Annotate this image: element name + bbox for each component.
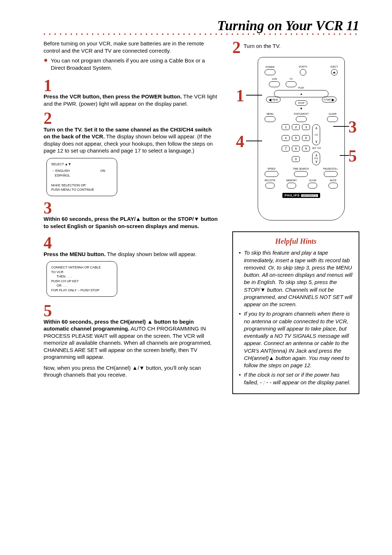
rew-button[interactable]: REW bbox=[266, 97, 281, 102]
channel-rocker[interactable]: ∧CH∨ bbox=[312, 124, 320, 145]
vcrtv-button[interactable] bbox=[300, 69, 306, 76]
step5-number: 5 bbox=[44, 303, 52, 318]
osd1-foot2: PUSH MENU TO CONTINUE bbox=[51, 187, 113, 192]
power-button[interactable] bbox=[265, 69, 275, 75]
menu-button[interactable] bbox=[265, 116, 275, 122]
down-arrow-icon: ▼ bbox=[265, 107, 338, 110]
memory-button[interactable] bbox=[287, 183, 296, 189]
key-7[interactable]: 7 bbox=[282, 146, 290, 151]
speed-button[interactable] bbox=[265, 171, 278, 177]
memory-label: MEMORY bbox=[286, 179, 297, 182]
key-3[interactable]: 3 bbox=[302, 124, 310, 130]
hint-2: If you try to program channels when ther… bbox=[239, 310, 353, 369]
vcrtv-label: VCR/TV bbox=[299, 65, 307, 68]
osd2-l6: FOR PLAY ONLY -- PUSH STOP bbox=[51, 288, 113, 293]
callout-3: 3 bbox=[348, 117, 357, 137]
step1-text: Press the VCR button, then press the POW… bbox=[44, 93, 218, 107]
hint-3: If the clock is not set or if the power … bbox=[239, 371, 353, 386]
separator-dots: • • • • • • • • • • • • • • • • • • • • … bbox=[44, 31, 359, 37]
osd2-l3: THEN . . . bbox=[51, 274, 113, 279]
step4-text: Press the MENU button. The display shown… bbox=[44, 251, 218, 258]
step2-text: Turn on the TV. Set it to the same chann… bbox=[44, 126, 218, 154]
clear-button[interactable] bbox=[327, 116, 338, 122]
key-0[interactable]: 0 bbox=[292, 156, 300, 162]
step3-number: 3 bbox=[44, 200, 52, 215]
eject-label: EJECT bbox=[330, 65, 338, 68]
osd1-on: ON bbox=[101, 169, 106, 173]
mute-button[interactable] bbox=[328, 183, 338, 189]
key-5[interactable]: 5 bbox=[292, 135, 300, 141]
recotr-label: REC/OTR bbox=[265, 179, 275, 182]
step4-rest: The display shown below will appear. bbox=[106, 251, 197, 257]
pause-label: PAUSE/STILL bbox=[323, 167, 338, 170]
osd-antenna-box: CONNECT ANTENNA OR CABLE TO VCR THEN . .… bbox=[46, 261, 117, 297]
status-button[interactable] bbox=[296, 116, 307, 122]
pause-button[interactable] bbox=[324, 171, 338, 177]
play-label: PLAY bbox=[265, 86, 338, 89]
step1-number: 1 bbox=[44, 78, 52, 93]
right-step2-number: 2 bbox=[232, 40, 241, 55]
callout-4: 4 bbox=[236, 132, 244, 151]
right-step2: 2 Turn on the TV. bbox=[232, 40, 359, 55]
remote-diagram: 1 3 4 5 POWER VCR/TV EJECT⏏ VCR bbox=[232, 57, 359, 220]
intro-bullets: You can not program channels if you are … bbox=[44, 57, 218, 72]
step5-tail: Now, when you press the CH(annel) ▲/▼ bu… bbox=[44, 364, 218, 378]
slow-button[interactable] bbox=[308, 183, 317, 189]
brand-magnavox: MAGNAVOX bbox=[301, 194, 318, 197]
osd1-espanol: ESPAÑOL bbox=[51, 173, 70, 178]
key-8[interactable]: 8 bbox=[292, 146, 300, 151]
play-button[interactable]: ▲ bbox=[274, 90, 328, 97]
osd1-english: → ENGLISH bbox=[51, 169, 70, 173]
timesearch-label: TIME SEARCH bbox=[293, 167, 309, 170]
brand-bar: PHILIPS MAGNAVOX bbox=[282, 193, 320, 198]
osd1-select: SELECT ▲▼ bbox=[51, 162, 113, 167]
right-step2-text: Turn on the TV. bbox=[244, 40, 281, 49]
transport-controls: PLAY ▲ REW F.FWD STOP ▼ bbox=[265, 89, 338, 111]
menu-label: MENU bbox=[266, 113, 273, 115]
ffwd-button[interactable]: F.FWD bbox=[322, 97, 336, 102]
osd2-l2: TO VCR bbox=[51, 270, 113, 275]
left-column: Before turning on your VCR, make sure ba… bbox=[44, 40, 218, 394]
step5-text: Within 60 seconds, press the CH(annel) ▲… bbox=[44, 318, 218, 361]
callout-1: 1 bbox=[236, 86, 244, 105]
hints-title: Helpful Hints bbox=[239, 237, 353, 246]
osd2-l5: OR . . . bbox=[51, 283, 113, 288]
key-2[interactable]: 2 bbox=[292, 124, 300, 130]
step4-number: 4 bbox=[44, 235, 52, 250]
volume-rocker[interactable]: ∧VOL∨ bbox=[312, 151, 320, 165]
recotr-button[interactable] bbox=[265, 183, 275, 189]
step3-text: Within 60 seconds, press the PLAY/▲ butt… bbox=[44, 215, 218, 230]
osd1-foot1: MAKE SELECTION OR bbox=[51, 183, 113, 188]
helpful-hints-box: Helpful Hints To skip this feature and p… bbox=[232, 231, 359, 394]
mute-label: MUTE bbox=[330, 179, 336, 182]
power-label: POWER bbox=[266, 66, 275, 68]
number-keypad: 1 2 3 4 5 6 7 8 9 0 bbox=[282, 124, 310, 165]
right-column: 2 Turn on the TV. 1 3 4 5 POWER VCR/TV E… bbox=[232, 40, 359, 394]
eject-button[interactable]: ⏏ bbox=[331, 69, 338, 76]
stop-button[interactable]: STOP bbox=[295, 100, 307, 106]
slow-label: SLOW bbox=[309, 179, 316, 182]
key-1[interactable]: 1 bbox=[282, 124, 290, 130]
step4-bold: Press the MENU button. bbox=[44, 251, 106, 257]
page-title: Turning on Your VCR bbox=[217, 18, 343, 33]
step2-number: 2 bbox=[44, 111, 52, 126]
status-label: STATUS/EXIT bbox=[294, 113, 309, 115]
osd2-l1: CONNECT ANTENNA OR CABLE bbox=[51, 265, 113, 270]
timesearch-button[interactable] bbox=[294, 171, 308, 177]
altch-label: ALT. CH bbox=[312, 147, 321, 149]
step3-bold: Within 60 seconds, press the PLAY/▲ butt… bbox=[44, 216, 218, 229]
remote-body: POWER VCR/TV EJECT⏏ VCR TV PLAY ▲ REW bbox=[258, 57, 345, 220]
callout-5: 5 bbox=[348, 146, 357, 166]
clear-label: CLEAR bbox=[328, 113, 336, 115]
speed-label: SPEED bbox=[268, 167, 275, 170]
step1-bold: Press the VCR button, then press the POW… bbox=[44, 93, 182, 100]
key-9[interactable]: 9 bbox=[302, 146, 310, 151]
ch-label: CH bbox=[315, 134, 318, 136]
tv-label: TV bbox=[290, 78, 293, 80]
key-6[interactable]: 6 bbox=[302, 135, 310, 141]
key-4[interactable]: 4 bbox=[282, 135, 290, 141]
intro-bullet-1: You can not program channels if you are … bbox=[44, 57, 218, 72]
hint-1: To skip this feature and play a tape imm… bbox=[239, 249, 353, 308]
intro-text: Before turning on your VCR, make sure ba… bbox=[44, 40, 218, 55]
page-number: 11 bbox=[346, 18, 359, 33]
